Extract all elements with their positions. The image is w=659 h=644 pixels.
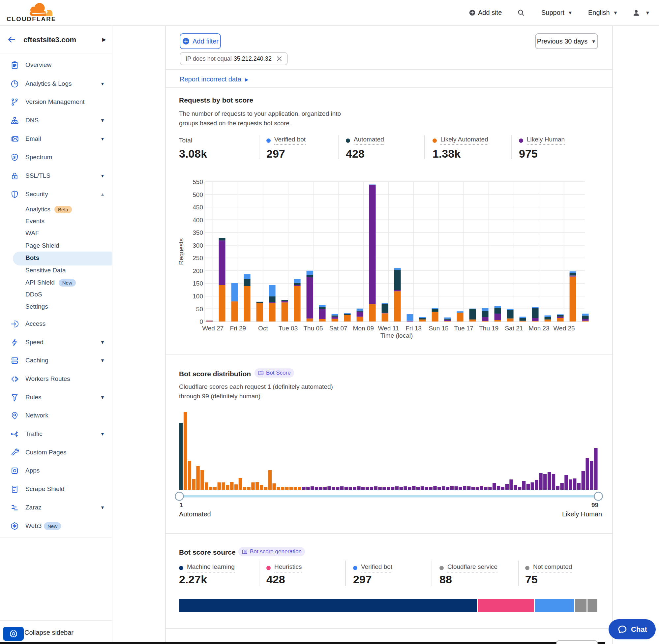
svg-text:200: 200 [192,268,203,274]
svg-text:300: 300 [192,242,203,249]
svg-text:0: 0 [199,318,203,325]
svg-text:Mon 23: Mon 23 [528,325,549,332]
svg-text:Sat 21: Sat 21 [505,325,523,332]
svg-text:Requests: Requests [178,238,185,265]
svg-text:Sat 07: Sat 07 [329,325,348,332]
svg-text:Wed 11: Wed 11 [378,325,399,332]
svg-text:Fri 13: Fri 13 [405,325,422,332]
svg-text:Tue 03: Tue 03 [279,325,298,332]
svg-text:450: 450 [192,204,203,211]
svg-text:400: 400 [192,217,203,224]
svg-text:Thu 05: Thu 05 [304,325,323,332]
svg-text:Time (local): Time (local) [380,332,413,339]
svg-text:Sun 15: Sun 15 [428,325,448,332]
svg-text:Mon 09: Mon 09 [353,325,374,332]
svg-text:Wed 25: Wed 25 [554,325,575,332]
svg-text:550: 550 [192,178,203,185]
svg-text:Wed 27: Wed 27 [202,325,223,332]
svg-text:Oct: Oct [258,325,268,332]
svg-text:Fri 29: Fri 29 [230,325,246,332]
svg-text:Thu 19: Thu 19 [479,325,498,332]
svg-text:CLOUDFLARE: CLOUDFLARE [6,16,56,22]
svg-text:350: 350 [192,229,203,236]
svg-text:500: 500 [192,191,203,198]
svg-text:150: 150 [192,280,203,287]
svg-text:Tue 17: Tue 17 [454,325,473,332]
svg-text:50: 50 [196,306,203,313]
svg-text:250: 250 [192,255,203,261]
svg-text:100: 100 [192,293,203,300]
